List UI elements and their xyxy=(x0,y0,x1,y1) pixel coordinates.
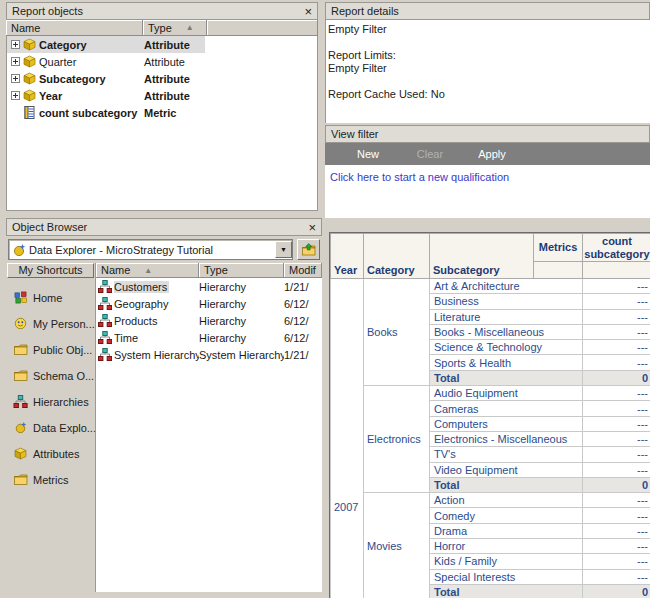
metric-value-cell[interactable]: --- xyxy=(583,539,650,554)
folder-path-combobox[interactable]: Data Explorer - MicroStrategy Tutorial ▼ xyxy=(8,239,293,260)
metric-value-cell[interactable]: --- xyxy=(583,447,650,462)
subcategory-cell[interactable]: Audio Equipment xyxy=(430,386,583,401)
metric-value-cell[interactable]: --- xyxy=(583,355,650,370)
category-cell[interactable]: Electronics xyxy=(364,386,430,493)
tree-item-category[interactable]: Category Attribute xyxy=(7,36,317,53)
total-label-cell[interactable]: Total xyxy=(430,477,583,492)
sidebar-item-hierarchies[interactable]: Hierarchies xyxy=(6,395,95,408)
column-header-name[interactable]: Name xyxy=(6,20,143,36)
sidebar-item-attributes[interactable]: Attributes xyxy=(6,447,95,460)
folder-path-value: Data Explorer - MicroStrategy Tutorial xyxy=(29,244,213,256)
total-value-cell[interactable]: 0 xyxy=(583,370,650,385)
expand-plus-icon[interactable] xyxy=(11,57,20,66)
year-cell[interactable]: 2007 xyxy=(331,279,364,598)
metric-value-cell[interactable]: --- xyxy=(583,508,650,523)
object-type: Attribute xyxy=(144,39,190,51)
subcategory-cell[interactable]: Science & Technology xyxy=(430,340,583,355)
subcategory-cell[interactable]: Comedy xyxy=(430,508,583,523)
category-cell[interactable]: Books xyxy=(364,279,430,386)
subcategory-cell[interactable]: Video Equipment xyxy=(430,462,583,477)
list-item-system-hierarchy[interactable]: System Hierarchy System Hierarchy 1/21/ xyxy=(96,346,322,363)
my-shortcuts-button[interactable]: My Shortcuts xyxy=(7,263,94,278)
subcategory-cell[interactable]: Kids / Family xyxy=(430,554,583,569)
sidebar-item-public-objects[interactable]: Public Obj... xyxy=(6,343,95,356)
list-item-customers[interactable]: Customers Hierarchy 1/21/ xyxy=(96,278,322,295)
new-button[interactable]: New xyxy=(337,148,399,160)
subcategory-cell[interactable]: TV's xyxy=(430,447,583,462)
metric-value-cell[interactable]: --- xyxy=(583,294,650,309)
metric-value-cell[interactable]: --- xyxy=(583,493,650,508)
metric-value-cell[interactable]: --- xyxy=(583,309,650,324)
tree-item-quarter[interactable]: Quarter Attribute xyxy=(7,53,317,70)
new-qualification-link[interactable]: Click here to start a new qualification xyxy=(330,171,509,183)
column-header-type[interactable]: Type▲ xyxy=(143,20,207,36)
metric-value-cell[interactable]: --- xyxy=(583,324,650,339)
expand-plus-icon[interactable] xyxy=(11,91,20,100)
sidebar-item-data-explorer[interactable]: Data Explo... xyxy=(6,421,95,434)
subcategory-cell[interactable]: Action xyxy=(430,493,583,508)
grid-header-subcategory[interactable]: Subcategory xyxy=(430,234,534,279)
data-explorer-icon xyxy=(12,243,26,257)
metric-value-cell[interactable]: --- xyxy=(583,416,650,431)
total-value-cell[interactable]: 0 xyxy=(583,584,650,598)
close-icon[interactable]: × xyxy=(308,221,316,234)
subcategory-cell[interactable]: Drama xyxy=(430,523,583,538)
sidebar-item-my-personal-objects[interactable]: My Person... xyxy=(6,317,95,330)
metric-value-cell[interactable]: --- xyxy=(583,462,650,477)
total-label-cell[interactable]: Total xyxy=(430,584,583,598)
sidebar-item-schema-objects[interactable]: Schema O... xyxy=(6,369,95,382)
list-item-time[interactable]: Time Hierarchy 6/12/ xyxy=(96,329,322,346)
metric-value-cell[interactable]: --- xyxy=(583,569,650,584)
subcategory-cell[interactable]: Cameras xyxy=(430,401,583,416)
object-browser-title: Object Browser xyxy=(12,221,87,233)
subcategory-cell[interactable]: Art & Architecture xyxy=(430,279,583,294)
apply-button[interactable]: Apply xyxy=(461,148,523,160)
detail-line: Empty Filter xyxy=(328,62,650,75)
object-type: Metric xyxy=(144,107,176,119)
chevron-down-icon[interactable]: ▼ xyxy=(275,241,292,258)
report-objects-titlebar: Report objects × xyxy=(6,2,318,20)
subcategory-cell[interactable]: Horror xyxy=(430,539,583,554)
grid-header-year[interactable]: Year xyxy=(331,234,364,279)
list-item-products[interactable]: Products Hierarchy 6/12/ xyxy=(96,312,322,329)
grid-header-metric-name[interactable]: count subcategory xyxy=(583,234,650,262)
list-item-geography[interactable]: Geography Hierarchy 6/12/ xyxy=(96,295,322,312)
total-value-cell[interactable]: 0 xyxy=(583,477,650,492)
metric-value-cell[interactable]: --- xyxy=(583,431,650,446)
object-type: Attribute xyxy=(144,90,190,102)
total-label-cell[interactable]: Total xyxy=(430,370,583,385)
column-header-type[interactable]: Type xyxy=(199,263,284,278)
subcategory-cell[interactable]: Sports & Health xyxy=(430,355,583,370)
up-one-level-button[interactable] xyxy=(297,239,320,260)
object-modified: 1/21/ xyxy=(284,349,322,361)
tree-item-subcategory[interactable]: Subcategory Attribute xyxy=(7,70,317,87)
column-header-filler xyxy=(207,20,318,36)
metric-value-cell[interactable]: --- xyxy=(583,340,650,355)
object-name: Year xyxy=(39,90,144,102)
sidebar-item-home[interactable]: Home xyxy=(6,291,95,304)
close-icon[interactable]: × xyxy=(304,5,312,18)
category-cell[interactable]: Movies xyxy=(364,493,430,598)
subcategory-cell[interactable]: Special Interests xyxy=(430,569,583,584)
expand-plus-icon[interactable] xyxy=(11,40,20,49)
metric-value-cell[interactable]: --- xyxy=(583,401,650,416)
metric-value-cell[interactable]: --- xyxy=(583,386,650,401)
subcategory-cell[interactable]: Electronics - Miscellaneous xyxy=(430,431,583,446)
metric-value-cell[interactable]: --- xyxy=(583,279,650,294)
column-header-modified[interactable]: Modif xyxy=(284,263,322,278)
metric-value-cell[interactable]: --- xyxy=(583,523,650,538)
tree-item-year[interactable]: Year Attribute xyxy=(7,87,317,104)
subcategory-cell[interactable]: Literature xyxy=(430,309,583,324)
metric-value-cell[interactable]: --- xyxy=(583,554,650,569)
column-header-name[interactable]: Name▲ xyxy=(96,263,199,278)
expand-plus-icon[interactable] xyxy=(11,74,20,83)
hierarchy-icon xyxy=(98,280,112,293)
subcategory-cell[interactable]: Books - Miscellaneous xyxy=(430,324,583,339)
subcategory-cell[interactable]: Business xyxy=(430,294,583,309)
attribute-icon xyxy=(23,89,36,102)
grid-header-category[interactable]: Category xyxy=(364,234,430,279)
sidebar-item-metrics[interactable]: Metrics xyxy=(6,473,95,486)
grid-header-metrics-axis[interactable]: Metrics xyxy=(534,234,583,262)
subcategory-cell[interactable]: Computers xyxy=(430,416,583,431)
tree-item-count-subcategory[interactable]: count subcategory Metric xyxy=(7,104,317,121)
